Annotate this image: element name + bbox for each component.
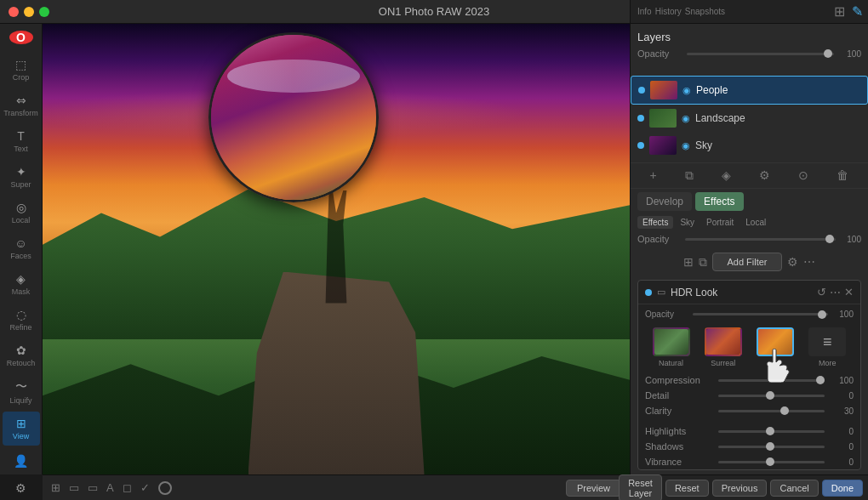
edit-icon[interactable]: ✎ xyxy=(852,3,863,20)
shadows-thumb[interactable] xyxy=(766,442,774,451)
bottom-icon-check[interactable]: ✓ xyxy=(140,481,150,494)
vibrance-slider[interactable] xyxy=(718,461,825,463)
highlights-thumb[interactable] xyxy=(766,427,774,435)
layers-section: Layers Opacity 100 xyxy=(631,24,868,72)
preset-thumb-surreal xyxy=(705,327,742,356)
preset-thumb-hdr xyxy=(757,327,794,356)
filter-stack-icon[interactable]: ⊞ xyxy=(683,255,694,269)
compression-slider[interactable] xyxy=(718,379,825,382)
reset-button[interactable]: Reset xyxy=(665,480,709,497)
hdr-close-icon[interactable]: ✕ xyxy=(844,286,854,298)
app-logo: O xyxy=(9,31,33,44)
bottom-icons: ⊞ ▭ ▭ A ◻ ✓ xyxy=(51,481,172,495)
detail-value: 0 xyxy=(830,391,854,401)
preset-hdr[interactable] xyxy=(757,327,794,367)
browse-icon[interactable]: ⊞ xyxy=(834,3,845,20)
add-filter-row: ⊞ ⧉ Add Filter ⚙ ⋯ xyxy=(631,247,868,276)
shadows-slider[interactable] xyxy=(718,446,825,448)
effects-tab-portrait[interactable]: Portrait xyxy=(701,216,739,229)
rp-tab-history[interactable]: History xyxy=(655,7,682,16)
vibrance-thumb[interactable] xyxy=(766,457,774,466)
filter-settings-icon[interactable]: ⚙ xyxy=(787,255,798,269)
effects-tab-local[interactable]: Local xyxy=(740,216,771,229)
highlights-slider[interactable] xyxy=(718,430,825,433)
copy-layer-icon[interactable]: ⧉ xyxy=(685,168,694,183)
hdr-reset-icon[interactable]: ↺ xyxy=(817,286,826,298)
tool-crop[interactable]: ⬚ Crop xyxy=(3,53,40,87)
done-button[interactable]: Done xyxy=(822,480,863,497)
previous-button[interactable]: Previous xyxy=(712,480,768,497)
tab-effects[interactable]: Effects xyxy=(695,192,743,211)
super-icon: ✦ xyxy=(16,165,26,179)
faces-icon: ☺ xyxy=(14,236,26,250)
close-button[interactable] xyxy=(9,7,19,17)
layers-opacity-thumb[interactable] xyxy=(824,49,832,58)
effects-tab-effects[interactable]: Effects xyxy=(637,216,673,229)
clarity-value: 30 xyxy=(830,406,854,416)
clarity-thumb[interactable] xyxy=(780,406,789,415)
tool-refine[interactable]: ◌ Refine xyxy=(3,303,40,337)
layer-item-people[interactable]: ◉ People xyxy=(631,76,868,105)
fill-layer-icon[interactable]: ◈ xyxy=(722,168,731,183)
preset-natural[interactable]: Natural xyxy=(653,327,690,367)
bottom-icon-frame[interactable]: ▭ xyxy=(69,481,79,494)
preview-button[interactable]: Preview xyxy=(566,480,621,497)
tool-text[interactable]: T Text xyxy=(3,124,40,158)
maximize-button[interactable] xyxy=(39,7,49,17)
layer-eye-people[interactable]: ◉ xyxy=(682,85,691,96)
minimize-button[interactable] xyxy=(24,7,34,17)
reset-layer-button[interactable]: Reset Layer xyxy=(619,474,662,501)
delete-layer-icon[interactable]: 🗑 xyxy=(837,168,848,183)
bottom-icon-canvas[interactable]: ▭ xyxy=(88,481,98,494)
mask-layer-icon[interactable]: ⊙ xyxy=(798,168,808,183)
tool-mask[interactable]: ◈ Mask xyxy=(3,267,40,301)
hdr-opacity-slider[interactable] xyxy=(693,313,828,315)
tool-faces[interactable]: ☺ Faces xyxy=(3,231,40,265)
detail-thumb[interactable] xyxy=(766,391,774,400)
layer-eye-sky[interactable]: ◉ xyxy=(682,140,690,151)
right-panel: Info History Snapshots ⊞ ✎ Layers Opacit… xyxy=(630,0,868,474)
compression-thumb[interactable] xyxy=(816,376,825,384)
tool-super[interactable]: ✦ Super xyxy=(3,160,40,194)
hdr-more-icon[interactable]: ⋯ xyxy=(830,286,841,298)
tool-user2[interactable]: ⚙ xyxy=(3,476,40,500)
hdr-opacity-thumb[interactable] xyxy=(818,310,826,319)
tool-transform[interactable]: ⇔ Transform xyxy=(3,88,40,122)
canvas-area[interactable] xyxy=(43,24,630,474)
detail-slider[interactable] xyxy=(718,395,825,397)
layer-visibility-dot-sky xyxy=(637,142,644,149)
tool-view[interactable]: ⊞ View xyxy=(3,412,40,446)
bottom-icon-shape[interactable]: ◻ xyxy=(123,481,132,494)
preset-more[interactable]: ≡ More xyxy=(808,327,846,367)
rp-tab-snapshots[interactable]: Snapshots xyxy=(685,7,725,16)
tool-user1[interactable]: 👤 xyxy=(3,449,40,474)
dev-tabs: Develop Effects xyxy=(631,189,868,214)
effects-opacity-slider[interactable] xyxy=(685,238,836,241)
settings-icon[interactable]: ⚙ xyxy=(759,168,770,183)
tool-local[interactable]: ◎ Local xyxy=(3,196,40,230)
cancel-button[interactable]: Cancel xyxy=(770,480,818,497)
tool-retouch[interactable]: ✿ Retouch xyxy=(3,338,40,372)
effects-opacity-thumb[interactable] xyxy=(825,235,834,243)
compression-value: 100 xyxy=(830,376,854,385)
filter-copy-icon[interactable]: ⧉ xyxy=(699,255,707,270)
tool-liquify[interactable]: 〜 Liquify xyxy=(3,374,40,410)
rp-tab-info[interactable]: Info xyxy=(637,7,652,16)
add-layer-icon[interactable]: + xyxy=(650,168,657,183)
clarity-slider[interactable] xyxy=(718,410,825,412)
shadows-value: 0 xyxy=(830,442,854,452)
bottom-icon-text[interactable]: A xyxy=(106,481,114,494)
text-icon: T xyxy=(17,129,25,143)
effects-tab-sky[interactable]: Sky xyxy=(675,216,700,229)
layer-item-landscape[interactable]: ◉ Landscape xyxy=(631,105,868,132)
tab-develop[interactable]: Develop xyxy=(637,192,692,211)
retouch-icon: ✿ xyxy=(16,344,26,357)
preset-surreal[interactable]: Surreal xyxy=(705,327,742,367)
action-bar: Reset Layer Reset Previous Cancel Done xyxy=(630,474,868,500)
filter-more-icon[interactable]: ⋯ xyxy=(803,255,815,269)
layer-eye-landscape[interactable]: ◉ xyxy=(682,113,690,124)
bottom-icon-layers[interactable]: ⊞ xyxy=(51,481,60,494)
layers-opacity-slider[interactable] xyxy=(687,53,834,55)
layer-item-sky[interactable]: ◉ Sky xyxy=(631,132,868,159)
add-filter-button[interactable]: Add Filter xyxy=(712,253,781,271)
